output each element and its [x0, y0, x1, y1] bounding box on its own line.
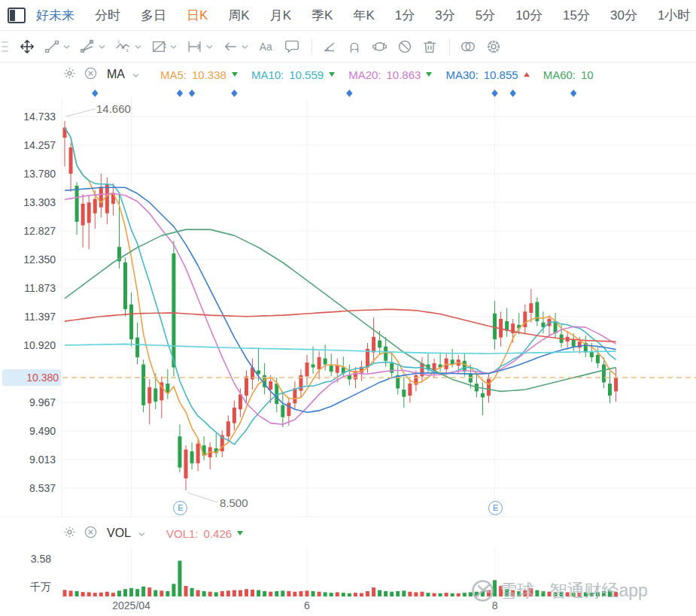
angle-tool[interactable] [321, 38, 338, 55]
tab-30分[interactable]: 30分 [610, 7, 637, 24]
candle-body [529, 303, 533, 313]
panel-toggle-icon[interactable] [8, 8, 26, 23]
price-axis-label: 11.873 [0, 282, 56, 294]
volume-bar [396, 591, 400, 596]
candle-body [93, 199, 97, 213]
volume-bar [135, 589, 139, 596]
price-axis-label: 8.537 [0, 482, 56, 494]
tab-1分[interactable]: 1分 [395, 7, 415, 24]
hide-tool[interactable] [397, 38, 413, 55]
tab-10分[interactable]: 10分 [515, 7, 543, 24]
event-diamond-icon[interactable] [491, 90, 497, 97]
volume-bar [414, 592, 418, 596]
move-tool[interactable] [19, 38, 35, 55]
tab-1小时[interactable]: 1小时 [658, 7, 690, 24]
tab-15分[interactable]: 15分 [563, 7, 590, 24]
event-diamond-icon[interactable] [177, 90, 183, 97]
angle-tool-icon [321, 38, 338, 55]
candle-body [275, 384, 278, 404]
volume-bar [99, 593, 103, 596]
candle-body [324, 359, 327, 365]
tab-5分[interactable]: 5分 [476, 7, 495, 24]
legend-item-value: 10.338 [192, 68, 226, 81]
volume-bar [190, 588, 194, 596]
candle-body [402, 390, 406, 397]
volume-bar [166, 591, 169, 596]
event-diamond-icon[interactable] [510, 90, 516, 97]
volume-bar [324, 592, 327, 596]
volume-bar [366, 591, 369, 596]
indicator-close-icon[interactable] [84, 525, 98, 542]
comment-tool[interactable] [284, 38, 300, 55]
legend-item-value: 10.855 [484, 68, 518, 81]
candle-body [129, 305, 133, 339]
legend-item-label: MA30: [445, 68, 478, 81]
tab-3分[interactable]: 3分 [435, 7, 454, 24]
arrow-left-tool[interactable] [222, 38, 249, 55]
comment-tool-icon [284, 38, 300, 55]
event-diamond-icon[interactable] [570, 90, 576, 97]
tab-日K[interactable]: 日K [187, 7, 208, 24]
delete-tool[interactable] [421, 38, 438, 55]
volume-bar [202, 591, 206, 596]
price-axis-label: 12.827 [0, 225, 56, 237]
chevron-down-icon[interactable] [138, 526, 146, 540]
settings-tool-icon [485, 38, 502, 55]
tab-季K[interactable]: 季K [312, 7, 333, 24]
tab-多日[interactable]: 多日 [141, 7, 166, 24]
stock-name[interactable]: 好未来 [36, 7, 74, 24]
earnings-marker[interactable]: E [488, 501, 503, 515]
fib-box-tool[interactable] [150, 38, 178, 55]
trend-line-tool[interactable] [44, 38, 71, 55]
sync-tool[interactable] [371, 38, 388, 55]
toolbar-drag-grip[interactable] [2, 41, 8, 52]
vol-legend: VOL VOL1:0.426 [62, 524, 243, 542]
candle-body [147, 387, 151, 404]
volume-bar [257, 590, 260, 596]
tab-周K[interactable]: 周K [228, 7, 249, 24]
volume-bar [427, 593, 430, 596]
legend-item-value: 10.863 [387, 68, 421, 81]
event-diamond-icon[interactable] [346, 90, 352, 97]
candle-body [123, 262, 127, 309]
low-price-annotation: 8.500 [220, 496, 248, 509]
candle-body [226, 421, 230, 436]
volume-bar [208, 592, 212, 596]
candle-body [390, 363, 394, 373]
compare-tool[interactable] [459, 38, 477, 55]
trend-down-icon [426, 72, 432, 77]
volume-axis-unit: 千万 [0, 581, 51, 594]
pitchfork-tool[interactable] [79, 38, 106, 55]
volume-bar [445, 593, 448, 596]
tab-年K[interactable]: 年K [353, 7, 374, 24]
svg-text:1: 1 [117, 39, 120, 44]
candle-body [178, 436, 181, 467]
candle-body [281, 405, 284, 417]
text-tool[interactable]: Aa [257, 38, 275, 55]
volume-bar [184, 586, 188, 596]
event-diamond-icon[interactable] [189, 90, 195, 97]
settings-tool[interactable] [485, 38, 502, 55]
period-tabs: 分时多日日K周K月K季K年K1分3分5分10分15分30分1小时2小时3小时 [95, 7, 696, 24]
price-axis-label: 11.397 [0, 311, 56, 323]
volume-bar [451, 593, 454, 596]
wave-tool[interactable]: 13 [114, 38, 142, 55]
tab-分时[interactable]: 分时 [95, 7, 120, 24]
arrow-left-tool-icon [222, 38, 239, 55]
tab-月K[interactable]: 月K [270, 7, 291, 24]
event-diamond-icon[interactable] [92, 90, 98, 97]
volume-bar [433, 593, 436, 596]
watermark-text: 雪球 · 智通财经app [500, 579, 648, 602]
chevron-down-icon[interactable] [132, 68, 140, 81]
volume-bar [69, 590, 73, 596]
svg-text:3: 3 [126, 48, 128, 53]
candle-body [336, 366, 339, 373]
volume-bar [402, 590, 406, 596]
indicator-settings-icon[interactable] [62, 525, 77, 542]
event-diamond-icon[interactable] [231, 90, 237, 97]
fib-box-tool-icon [150, 38, 167, 55]
magnet-tool[interactable] [346, 38, 363, 55]
measure-tool[interactable] [186, 38, 214, 55]
indicator-close-icon[interactable] [84, 66, 98, 83]
indicator-settings-icon[interactable] [62, 66, 77, 83]
